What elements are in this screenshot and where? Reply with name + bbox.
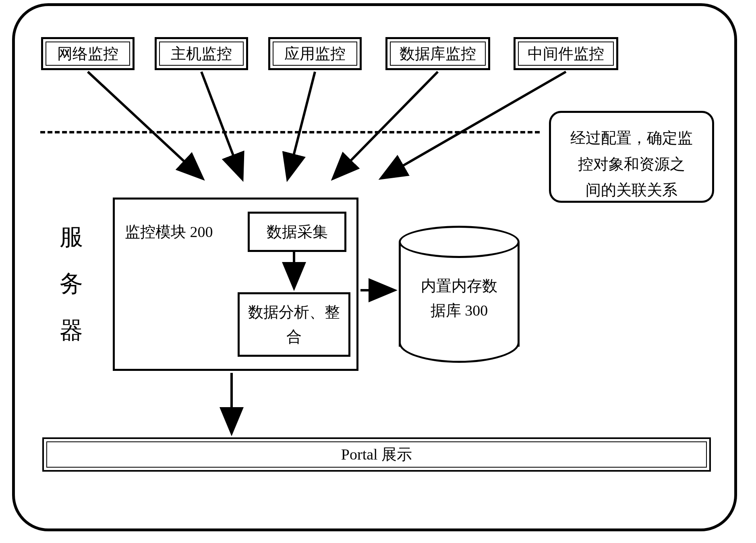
portal-box: Portal 展示 bbox=[42, 437, 711, 472]
database-label: 内置内存数 据库 300 bbox=[421, 274, 497, 323]
database-cylinder: 内置内存数 据库 300 bbox=[399, 226, 520, 363]
portal-label: Portal 展示 bbox=[341, 444, 412, 465]
top-box-host: 主机监控 bbox=[155, 37, 248, 70]
module-title: 监控模块 200 bbox=[125, 222, 213, 242]
label: 网络监控 bbox=[57, 44, 118, 64]
sub-collect-text: 数据采集 bbox=[267, 220, 328, 244]
label: 中间件监控 bbox=[528, 44, 604, 64]
sub-box-collect: 数据采集 bbox=[248, 212, 346, 252]
dashed-separator bbox=[40, 131, 540, 133]
diagram-canvas: 网络监控 主机监控 应用监控 数据库监控 中间件监控 经过配置，确定监 控对象和… bbox=[0, 0, 756, 543]
top-box-database: 数据库监控 bbox=[385, 37, 490, 70]
sub-box-analyze: 数据分析、整 合 bbox=[238, 292, 350, 357]
label: 数据库监控 bbox=[400, 44, 476, 64]
config-note: 经过配置，确定监 控对象和资源之 间的关联关系 bbox=[549, 111, 714, 203]
module-box: 监控模块 200 数据采集 数据分析、整 合 bbox=[113, 198, 358, 371]
label: 应用监控 bbox=[284, 44, 346, 64]
top-box-middleware: 中间件监控 bbox=[514, 37, 618, 70]
label: 主机监控 bbox=[171, 44, 232, 64]
server-label: 服 务 器 bbox=[60, 214, 83, 354]
top-box-app: 应用监控 bbox=[268, 37, 362, 70]
server-label-text: 服 务 器 bbox=[60, 224, 83, 343]
top-box-network: 网络监控 bbox=[41, 37, 135, 70]
config-note-text: 经过配置，确定监 控对象和资源之 间的关联关系 bbox=[570, 129, 693, 198]
sub-analyze-text: 数据分析、整 合 bbox=[248, 300, 340, 349]
